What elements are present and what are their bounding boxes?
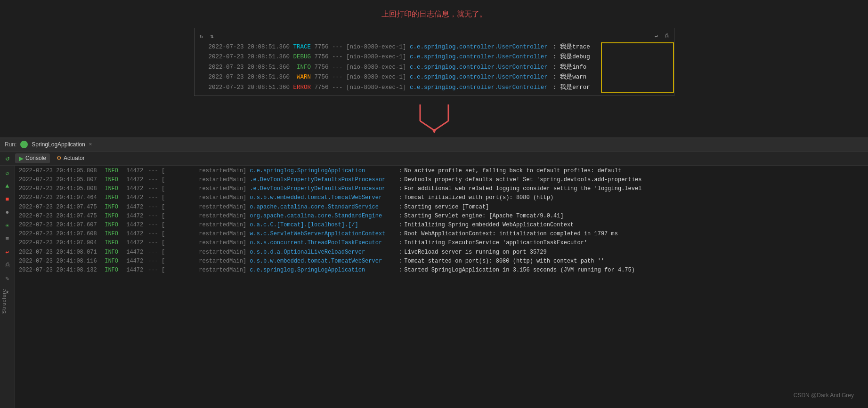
left-sidebar: ↺ ▲ ■ ● ☀ ≡ ↩ ⎙ ✎ ★ xyxy=(0,166,15,408)
back2-icon[interactable]: ↩ xyxy=(3,248,12,257)
app-run-icon xyxy=(20,141,28,148)
reload-icon[interactable]: ↻ xyxy=(197,32,206,40)
console-tab[interactable]: ▶ Console xyxy=(15,153,50,163)
print-icon[interactable]: ⎙ xyxy=(663,32,671,40)
print2-icon[interactable]: ⎙ xyxy=(3,261,12,270)
log-entry-6: 2022-07-23 20:41:07.607 INFO 14472 --- [… xyxy=(15,221,868,230)
bookmark-icon[interactable]: ✎ xyxy=(3,274,12,283)
log-line-trace: 2022-07-23 20:08:51.360 TRACE 7756 --- [… xyxy=(195,42,674,52)
log-line-info: 2022-07-23 20:08:51.360 INFO 7756 --- [n… xyxy=(195,63,674,72)
ide-toolbar: ↺ ▶ Console ⚙ Actuator xyxy=(0,152,868,166)
ide-screenshot: ↻ ⇅ ↩ ⎙ 2022-07-23 20:08:51.360 TRACE 77… xyxy=(194,28,674,96)
console-tab-icon: ▶ xyxy=(19,155,24,162)
app-name: SpringLogApplication xyxy=(32,141,85,148)
arrow-container xyxy=(406,104,462,133)
rerun-icon[interactable]: ↺ xyxy=(3,168,12,178)
log-entry-7: 2022-07-23 20:41:07.608 INFO 14472 --- [… xyxy=(15,230,868,239)
svg-marker-4 xyxy=(432,129,437,133)
log-area: 2022-07-23 20:41:05.808 INFO 14472 --- [… xyxy=(15,166,868,408)
restart-icon[interactable]: ↺ xyxy=(3,153,12,163)
screenshot-toolbar: ↻ ⇅ ↩ ⎙ xyxy=(195,31,674,41)
top-section: 上回打印的日志信息，就无了。 ↻ ⇅ ↩ ⎙ 2022-07-23 20:08:… xyxy=(0,0,868,137)
stop-icon[interactable]: ■ xyxy=(3,195,12,204)
lines-icon[interactable]: ≡ xyxy=(3,234,12,244)
log-entry-10: 2022-07-23 20:41:08.116 INFO 14472 --- [… xyxy=(15,257,868,266)
actuator-tab-icon: ⚙ xyxy=(57,155,62,161)
main-content: ↺ ▲ ■ ● ☀ ≡ ↩ ⎙ ✎ ★ 2022-07-23 20:41:05.… xyxy=(0,166,868,408)
close-tab-button[interactable]: × xyxy=(89,142,92,147)
actuator-tab[interactable]: ⚙ Actuator xyxy=(53,153,89,163)
log-entry-11: 2022-07-23 20:41:08.132 INFO 14472 --- [… xyxy=(15,266,868,275)
up-icon[interactable]: ▲ xyxy=(3,182,12,191)
structures-label: Structure xyxy=(1,288,7,314)
camera-icon[interactable]: ● xyxy=(3,208,12,217)
console-tab-label: Console xyxy=(25,155,46,161)
log-entry-3: 2022-07-23 20:41:07.464 INFO 14472 --- [… xyxy=(15,193,868,202)
ide-panel: Run: SpringLogApplication × ↺ ▶ Console … xyxy=(0,137,868,408)
back-icon[interactable]: ↩ xyxy=(652,32,661,40)
actuator-tab-label: Actuator xyxy=(64,155,85,161)
run-label: Run: xyxy=(5,141,16,148)
log-entry-4: 2022-07-23 20:41:07.475 INFO 14472 --- [… xyxy=(15,203,868,212)
log-entry-1: 2022-07-23 20:41:05.807 INFO 14472 --- [… xyxy=(15,176,868,184)
sort-icon[interactable]: ⇅ xyxy=(208,32,216,40)
log-line-warn: 2022-07-23 20:08:51.360 WARN 7756 --- [n… xyxy=(195,72,674,82)
csdn-label: CSDN @Dark And Grey xyxy=(794,392,854,399)
annotation-text: 上回打印的日志信息，就无了。 xyxy=(381,9,487,19)
log-entry-2: 2022-07-23 20:41:05.808 INFO 14472 --- [… xyxy=(15,184,868,193)
log-entry-9: 2022-07-23 20:41:08.071 INFO 14472 --- [… xyxy=(15,248,868,257)
pin-icon[interactable]: ☀ xyxy=(3,221,12,231)
log-line-debug: 2022-07-23 20:08:51.360 DEBUG 7756 --- [… xyxy=(195,52,674,62)
arrow-down-icon xyxy=(406,104,462,133)
log-entry-5: 2022-07-23 20:41:07.475 INFO 14472 --- [… xyxy=(15,212,868,221)
log-line-error: 2022-07-23 20:08:51.360 ERROR 7756 --- [… xyxy=(195,83,674,93)
run-bar: Run: SpringLogApplication × xyxy=(0,138,868,152)
log-entry-8: 2022-07-23 20:41:07.904 INFO 14472 --- [… xyxy=(15,239,868,248)
log-entry-0: 2022-07-23 20:41:05.808 INFO 14472 --- [… xyxy=(15,167,868,176)
